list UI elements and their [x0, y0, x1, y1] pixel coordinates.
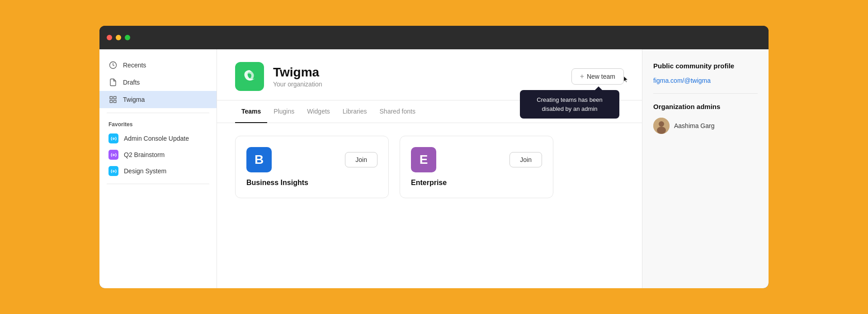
- admin-console-label: Admin Console Update: [124, 135, 189, 142]
- drafts-label: Drafts: [123, 79, 140, 86]
- profile-section-title: Public community profile: [653, 62, 758, 70]
- svg-point-10: [657, 127, 666, 134]
- sidebar-item-twigma[interactable]: Twigma: [99, 91, 217, 108]
- admins-section-title: Organization admins: [653, 103, 758, 110]
- org-subtitle: Your organization: [273, 81, 562, 88]
- grid-icon: [108, 95, 118, 104]
- tab-plugins[interactable]: Plugins: [267, 100, 301, 123]
- design-system-label: Design System: [124, 167, 166, 175]
- right-divider: [653, 93, 758, 94]
- svg-point-6: [113, 154, 114, 155]
- profile-link[interactable]: figma.com/@twigma: [653, 77, 758, 84]
- favorites-title: Favorites: [99, 118, 217, 130]
- svg-rect-2: [114, 96, 116, 99]
- file-icon: [108, 78, 118, 87]
- tab-shared-fonts[interactable]: Shared fonts: [373, 100, 422, 123]
- svg-point-5: [113, 138, 114, 139]
- join-button-business[interactable]: Join: [345, 152, 377, 167]
- sidebar-divider-1: [107, 113, 209, 113]
- q2-brainstorm-label: Q2 Brainstorm: [124, 151, 165, 158]
- svg-rect-1: [110, 96, 112, 99]
- main-content: Twigma Your organization + New team Crea…: [217, 49, 642, 288]
- tab-widgets[interactable]: Widgets: [301, 100, 336, 123]
- sidebar-item-drafts[interactable]: Drafts: [99, 74, 217, 91]
- org-logo: [235, 62, 264, 91]
- teams-grid: B Join Business Insights E: [217, 123, 642, 211]
- right-panel: Public community profile figma.com/@twig…: [642, 49, 769, 288]
- clock-icon: [108, 61, 118, 70]
- tab-teams[interactable]: Teams: [235, 100, 267, 123]
- svg-point-9: [659, 121, 664, 127]
- new-team-tooltip: Creating teams has been disabled by an a…: [520, 90, 619, 119]
- team-card-business-insights: B Join Business Insights: [235, 136, 389, 198]
- q2-brainstorm-icon: [108, 150, 118, 160]
- team-card-top-enterprise: E Join: [411, 147, 542, 172]
- team-name-enterprise: Enterprise: [411, 179, 542, 187]
- new-team-button[interactable]: + New team: [571, 68, 624, 85]
- team-avatar-enterprise: E: [411, 147, 436, 172]
- sidebar-item-recents[interactable]: Recents: [99, 57, 217, 74]
- tooltip-text: Creating teams has been disabled by an a…: [537, 96, 602, 112]
- design-system-icon: [108, 166, 118, 176]
- close-dot[interactable]: [107, 35, 112, 40]
- sidebar: Recents Drafts Twigma: [99, 49, 217, 288]
- new-team-label: New team: [587, 73, 615, 80]
- new-team-button-wrap: + New team Creating teams has been disab…: [571, 68, 624, 85]
- svg-point-7: [113, 170, 114, 171]
- plus-icon: +: [580, 72, 584, 81]
- join-button-enterprise[interactable]: Join: [509, 152, 542, 167]
- maximize-dot[interactable]: [125, 35, 130, 40]
- admin-console-icon: [108, 133, 118, 143]
- org-name: Twigma: [273, 65, 562, 80]
- sidebar-fav-design-system[interactable]: Design System: [99, 163, 217, 179]
- svg-rect-4: [114, 100, 116, 103]
- admin-row: Aashima Garg: [653, 118, 758, 134]
- admin-avatar: [653, 118, 670, 134]
- team-card-top-business: B Join: [246, 147, 377, 172]
- svg-rect-3: [110, 100, 112, 103]
- org-info: Twigma Your organization: [273, 65, 562, 88]
- titlebar: [99, 26, 769, 49]
- org-header: Twigma Your organization + New team Crea…: [217, 49, 642, 100]
- tab-libraries[interactable]: Libraries: [336, 100, 373, 123]
- sidebar-fav-q2-brainstorm[interactable]: Q2 Brainstorm: [99, 147, 217, 163]
- sidebar-fav-admin-console[interactable]: Admin Console Update: [99, 130, 217, 147]
- recents-label: Recents: [123, 62, 146, 69]
- team-name-business: Business Insights: [246, 179, 377, 187]
- twigma-label: Twigma: [123, 96, 145, 103]
- device-frame: Recents Drafts Twigma: [99, 26, 769, 288]
- minimize-dot[interactable]: [116, 35, 121, 40]
- sidebar-divider-2: [107, 184, 209, 184]
- admin-name: Aashima Garg: [674, 122, 714, 129]
- team-card-enterprise: E Join Enterprise: [400, 136, 553, 198]
- app-body: Recents Drafts Twigma: [99, 49, 769, 288]
- team-avatar-business: B: [246, 147, 272, 172]
